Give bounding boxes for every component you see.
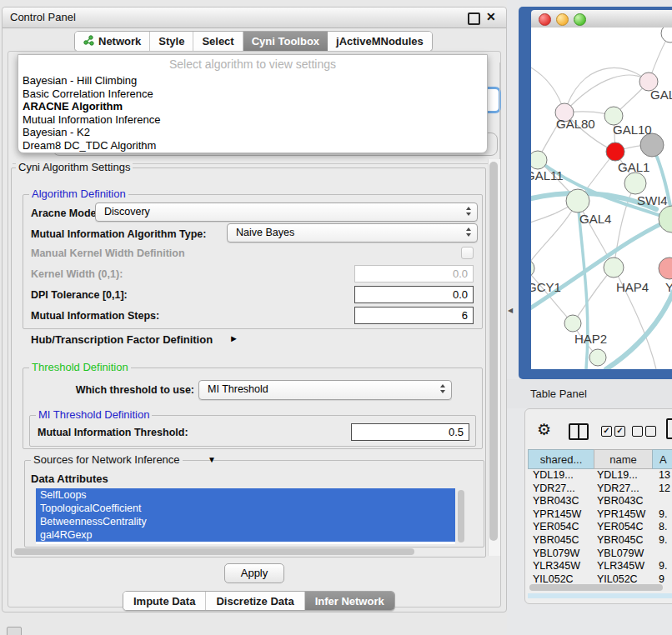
cell[interactable]: YDR27... [597, 482, 639, 496]
algorithm-option[interactable]: Mutual Information Inference [20, 113, 486, 127]
network-window-titlebar[interactable] [531, 10, 672, 28]
minimize-traffic-light-icon[interactable] [556, 13, 569, 26]
expanded-arrow-icon[interactable]: ▼ [208, 455, 216, 464]
cell[interactable]: 8. [659, 521, 667, 534]
algorithm-combo-placeholder[interactable]: Select algorithm to view settings [18, 58, 487, 71]
node-label: GAL10 [613, 122, 652, 137]
node-gal4[interactable] [566, 189, 589, 212]
settings-gear-icon[interactable]: ⚙ [537, 420, 551, 439]
apply-button[interactable]: Apply [224, 563, 284, 583]
algorithm-option[interactable]: Basic Correlation Inference [20, 88, 486, 101]
tab-cyni-toolbox[interactable]: Cyni Toolbox [243, 32, 328, 51]
node-gal11[interactable] [531, 151, 547, 169]
deselect-all-box-icon[interactable] [632, 426, 643, 437]
spinner-arrows-icon [466, 207, 471, 216]
node-gal10-red[interactable] [606, 142, 624, 161]
tab-select[interactable]: Select [193, 32, 243, 51]
attribute-item-selected[interactable]: BetweennessCentrality [36, 515, 455, 528]
node-hap4[interactable] [604, 258, 624, 278]
column-header-partial[interactable]: A [652, 449, 672, 469]
network-view-window[interactable]: GAL GAL80 GAL10 GAL1 GAL11 SWI4 GAL4 GCY… [519, 7, 672, 379]
node-partial[interactable] [661, 28, 672, 42]
column-header-shared-name[interactable]: shared... [528, 449, 594, 469]
select-all-check-icon[interactable]: ✓ [601, 426, 612, 437]
cell[interactable]: 9. [659, 534, 667, 548]
dpi-tolerance-label: DPI Tolerance [0,1]: [31, 289, 128, 301]
network-graph-icon [83, 35, 94, 48]
attribute-item-selected[interactable]: gal4RGexp [36, 528, 455, 542]
cell[interactable]: YBL079W [533, 548, 579, 561]
cell[interactable]: 13 [659, 469, 670, 482]
settings-vscrollbar-thumb[interactable] [489, 162, 498, 541]
node-partial-bottom[interactable] [589, 349, 606, 366]
cell[interactable]: YER054C [597, 521, 644, 534]
cell[interactable]: YBR043C [533, 495, 579, 508]
cell[interactable]: YLR345W [533, 560, 580, 573]
close-icon[interactable]: ✕ [486, 10, 496, 23]
mi-threshold-label: Mutual Information Threshold: [38, 427, 188, 438]
close-traffic-light-icon[interactable] [539, 13, 551, 26]
cell[interactable]: 9. [659, 508, 667, 522]
node-salmon[interactable] [659, 258, 672, 279]
settings-group-title: Cyni Algorithm Settings [16, 162, 133, 173]
select-all-check-icon[interactable]: ✓ [614, 426, 625, 437]
zoom-traffic-light-icon[interactable] [574, 13, 586, 26]
tab-discretize-data[interactable]: Discretize Data [206, 592, 304, 610]
cell[interactable]: 9. [659, 560, 667, 573]
spinner-arrows-icon [466, 228, 471, 237]
cell[interactable]: YBR045C [597, 534, 644, 548]
algorithm-option[interactable]: Bayesian - K2 [20, 126, 486, 139]
cell[interactable]: YLR345W [597, 560, 644, 573]
collapsed-arrow-icon[interactable]: ► [229, 333, 238, 343]
algorithm-option[interactable]: Bayesian - Hill Climbing [20, 74, 486, 88]
cell[interactable]: YBR045C [533, 534, 579, 548]
tab-jactivemnodules[interactable]: jActiveMNodules [328, 32, 432, 51]
mi-steps-field[interactable] [354, 307, 474, 324]
node-gal1[interactable] [624, 172, 646, 194]
hub-section-label[interactable]: Hub/Transcription Factor Definition [31, 333, 213, 346]
cell[interactable]: YBR043C [597, 495, 644, 508]
node-hap2[interactable] [564, 315, 581, 332]
kernel-width-field[interactable] [354, 265, 474, 282]
node-gray[interactable] [640, 133, 664, 157]
node-gcy1[interactable] [531, 259, 534, 278]
float-window-icon[interactable] [468, 12, 480, 25]
cell[interactable]: YPR145W [597, 508, 645, 522]
cell[interactable]: YDL19... [533, 469, 574, 482]
splitpane-collapse-icon[interactable]: ◀ [508, 307, 513, 314]
list-scrollbar-thumb[interactable] [458, 490, 464, 542]
tab-infer-network[interactable]: Infer Network [305, 592, 394, 610]
node-label: GAL [650, 88, 672, 102]
table-hscrollbar-thumb[interactable] [529, 584, 663, 591]
tab-style[interactable]: Style [150, 32, 193, 51]
attribute-item-selected[interactable]: SelfLoops [36, 488, 455, 502]
node-swi4[interactable] [659, 206, 672, 232]
cell[interactable]: YDR27... [533, 482, 575, 496]
collapsed-panel-icon[interactable] [7, 627, 22, 635]
cell[interactable]: YPR145W [533, 508, 581, 522]
algorithm-option-selected[interactable]: ARACNE Algorithm [20, 100, 486, 113]
mi-threshold-field[interactable] [351, 423, 469, 441]
cell[interactable]: 12 [659, 482, 670, 496]
deselect-all-box-icon[interactable] [645, 426, 656, 437]
cell[interactable]: YDL19... [597, 469, 638, 482]
cell[interactable]: YBL079W [597, 548, 644, 561]
algorithm-option[interactable]: Dream8 DC_TDC Algorithm [20, 139, 486, 152]
tab-network[interactable]: Network [75, 32, 150, 51]
split-columns-icon[interactable] [569, 423, 589, 440]
mi-type-combobox[interactable]: Naive Bayes [227, 223, 478, 242]
control-panel-titlebar[interactable]: Control Panel ✕ [3, 8, 506, 28]
table-document-icon[interactable] [666, 418, 672, 439]
network-graph[interactable]: GAL GAL80 GAL10 GAL1 GAL11 SWI4 GAL4 GCY… [531, 28, 672, 369]
algorithm-definition-title: Algorithm Definition [29, 188, 128, 200]
aracne-mode-combobox[interactable]: Discovery [95, 202, 478, 222]
attribute-item-selected[interactable]: TopologicalCoefficient [36, 502, 455, 515]
which-threshold-combobox[interactable]: MI Threshold [198, 380, 452, 400]
dpi-tolerance-field[interactable] [354, 286, 474, 303]
tab-impute-data[interactable]: Impute Data [123, 592, 206, 610]
network-canvas[interactable]: GAL GAL80 GAL10 GAL1 GAL11 SWI4 GAL4 GCY… [531, 28, 672, 369]
cell[interactable]: YER054C [533, 521, 579, 534]
manual-kernel-checkbox[interactable] [461, 247, 474, 259]
column-header-name[interactable]: name [594, 449, 653, 469]
settings-hscrollbar-thumb[interactable] [14, 548, 414, 555]
